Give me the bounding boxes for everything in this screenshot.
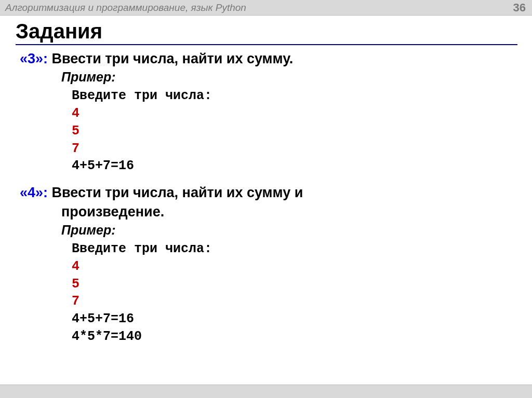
- task-line: «3»: Ввести три числа, найти их сумму.: [20, 49, 517, 68]
- task-description: Ввести три числа, найти их сумму и: [52, 185, 303, 200]
- code-output: 4+5+7=16: [72, 310, 517, 328]
- page-heading: Задания: [16, 20, 517, 45]
- example-label: Пример:: [61, 221, 517, 239]
- code-input: 7: [72, 140, 517, 158]
- code-input: 4: [72, 105, 517, 122]
- code-input: 5: [72, 122, 517, 140]
- task-description: Ввести три числа, найти их сумму.: [52, 51, 294, 66]
- task-block: «4»: Ввести три числа, найти их сумму и …: [20, 183, 517, 345]
- code-input: 4: [72, 258, 517, 276]
- code-output: 4+5+7=16: [72, 157, 517, 175]
- code-output: 4*5*7=140: [72, 328, 517, 346]
- task-description-cont: произведение.: [61, 202, 517, 221]
- header-bar: Алгоритмизация и программирование, язык …: [0, 0, 532, 16]
- task-label: «3»:: [20, 51, 48, 66]
- code-input: 5: [72, 276, 517, 293]
- content-area: Задания «3»: Ввести три числа, найти их …: [0, 16, 532, 346]
- code-block: Введите три числа: 4 5 7 4+5+7=16: [72, 87, 517, 175]
- code-prompt: Введите три числа:: [72, 240, 517, 258]
- header-title: Алгоритмизация и программирование, язык …: [5, 2, 246, 13]
- page-number: 36: [513, 1, 526, 15]
- code-block: Введите три числа: 4 5 7 4+5+7=16 4*5*7=…: [72, 240, 517, 346]
- example-label: Пример:: [61, 68, 517, 86]
- code-prompt: Введите три числа:: [72, 87, 517, 105]
- task-line: «4»: Ввести три числа, найти их сумму и: [20, 183, 517, 202]
- code-input: 7: [72, 293, 517, 310]
- task-label: «4»:: [20, 185, 48, 200]
- footer-bar: [0, 385, 532, 398]
- task-block: «3»: Ввести три числа, найти их сумму. П…: [20, 49, 517, 175]
